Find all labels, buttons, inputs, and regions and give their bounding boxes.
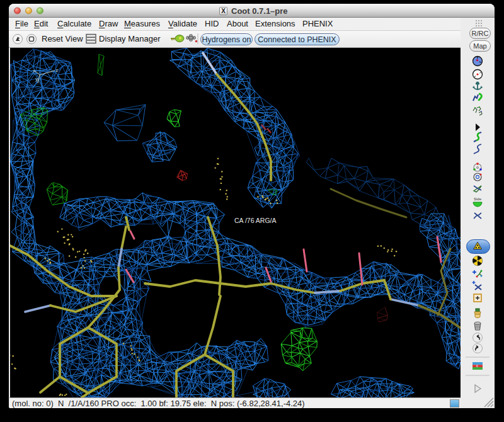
svg-text:x: x xyxy=(33,68,35,74)
svg-text:y: y xyxy=(35,76,38,82)
svg-text:CA /76 ARG/A: CA /76 ARG/A xyxy=(234,217,277,224)
svg-text:z: z xyxy=(55,67,58,73)
